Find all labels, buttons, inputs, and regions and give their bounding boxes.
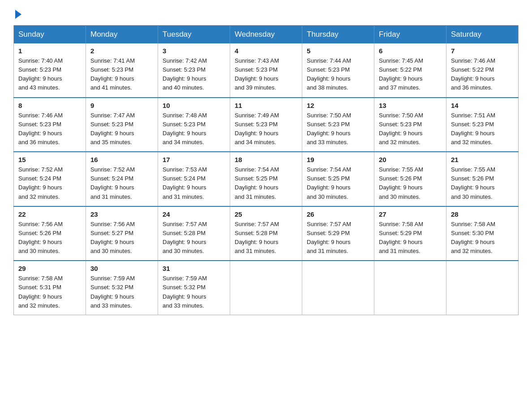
weekday-header-saturday: Saturday xyxy=(446,26,519,44)
day-number: 1 xyxy=(18,47,81,55)
calendar-cell: 19 Sunrise: 7:54 AMSunset: 5:25 PMDaylig… xyxy=(302,152,374,206)
day-info: Sunrise: 7:56 AMSunset: 5:26 PMDaylight:… xyxy=(18,221,63,254)
calendar-week-row: 8 Sunrise: 7:46 AMSunset: 5:23 PMDayligh… xyxy=(14,98,519,152)
calendar-cell: 11 Sunrise: 7:49 AMSunset: 5:23 PMDaylig… xyxy=(230,98,302,152)
calendar-cell xyxy=(374,261,446,315)
day-number: 22 xyxy=(18,210,81,218)
calendar-cell: 12 Sunrise: 7:50 AMSunset: 5:23 PMDaylig… xyxy=(302,98,374,152)
calendar-table: SundayMondayTuesdayWednesdayThursdayFrid… xyxy=(13,25,519,315)
weekday-header-thursday: Thursday xyxy=(302,26,374,44)
calendar-cell: 27 Sunrise: 7:58 AMSunset: 5:29 PMDaylig… xyxy=(374,206,446,261)
day-info: Sunrise: 7:58 AMSunset: 5:30 PMDaylight:… xyxy=(451,221,495,254)
calendar-cell xyxy=(230,261,302,315)
day-info: Sunrise: 7:40 AMSunset: 5:23 PMDaylight:… xyxy=(18,57,63,91)
calendar-cell: 24 Sunrise: 7:57 AMSunset: 5:28 PMDaylig… xyxy=(158,206,230,261)
day-info: Sunrise: 7:55 AMSunset: 5:26 PMDaylight:… xyxy=(451,166,495,200)
weekday-header-row: SundayMondayTuesdayWednesdayThursdayFrid… xyxy=(14,26,519,44)
calendar-cell: 13 Sunrise: 7:50 AMSunset: 5:23 PMDaylig… xyxy=(374,98,446,152)
day-number: 28 xyxy=(451,210,514,218)
calendar-week-row: 29 Sunrise: 7:58 AMSunset: 5:31 PMDaylig… xyxy=(14,261,519,315)
calendar-cell: 6 Sunrise: 7:45 AMSunset: 5:22 PMDayligh… xyxy=(374,43,446,98)
day-number: 26 xyxy=(307,210,369,218)
day-info: Sunrise: 7:57 AMSunset: 5:29 PMDaylight:… xyxy=(307,221,351,254)
weekday-header-sunday: Sunday xyxy=(14,26,86,44)
weekday-header-monday: Monday xyxy=(86,26,158,44)
calendar-cell: 30 Sunrise: 7:59 AMSunset: 5:32 PMDaylig… xyxy=(86,261,158,315)
day-info: Sunrise: 7:46 AMSunset: 5:22 PMDaylight:… xyxy=(451,57,495,91)
calendar-week-row: 1 Sunrise: 7:40 AMSunset: 5:23 PMDayligh… xyxy=(14,43,519,98)
calendar-week-row: 15 Sunrise: 7:52 AMSunset: 5:24 PMDaylig… xyxy=(14,152,519,206)
calendar-cell: 2 Sunrise: 7:41 AMSunset: 5:23 PMDayligh… xyxy=(86,43,158,98)
calendar-cell: 16 Sunrise: 7:52 AMSunset: 5:24 PMDaylig… xyxy=(86,152,158,206)
page-header xyxy=(13,9,519,17)
logo-arrow-icon xyxy=(15,10,21,19)
calendar-cell: 14 Sunrise: 7:51 AMSunset: 5:23 PMDaylig… xyxy=(446,98,519,152)
day-info: Sunrise: 7:50 AMSunset: 5:23 PMDaylight:… xyxy=(307,112,351,146)
weekday-header-friday: Friday xyxy=(374,26,446,44)
day-info: Sunrise: 7:59 AMSunset: 5:32 PMDaylight:… xyxy=(163,275,207,308)
day-info: Sunrise: 7:57 AMSunset: 5:28 PMDaylight:… xyxy=(235,221,279,254)
day-number: 17 xyxy=(163,156,225,163)
day-info: Sunrise: 7:47 AMSunset: 5:23 PMDaylight:… xyxy=(90,112,135,146)
calendar-cell xyxy=(446,261,519,315)
day-info: Sunrise: 7:49 AMSunset: 5:23 PMDaylight:… xyxy=(235,112,279,146)
day-info: Sunrise: 7:54 AMSunset: 5:25 PMDaylight:… xyxy=(235,166,279,200)
day-number: 11 xyxy=(235,102,297,109)
calendar-cell: 23 Sunrise: 7:56 AMSunset: 5:27 PMDaylig… xyxy=(86,206,158,261)
calendar-cell: 4 Sunrise: 7:43 AMSunset: 5:23 PMDayligh… xyxy=(230,43,302,98)
day-number: 12 xyxy=(307,102,369,109)
day-info: Sunrise: 7:45 AMSunset: 5:22 PMDaylight:… xyxy=(379,57,423,91)
logo xyxy=(13,9,21,17)
day-number: 15 xyxy=(18,156,81,163)
day-info: Sunrise: 7:55 AMSunset: 5:26 PMDaylight:… xyxy=(379,166,423,200)
calendar-cell xyxy=(302,261,374,315)
day-number: 18 xyxy=(235,156,297,163)
day-number: 24 xyxy=(163,210,225,218)
calendar-cell: 7 Sunrise: 7:46 AMSunset: 5:22 PMDayligh… xyxy=(446,43,519,98)
day-number: 10 xyxy=(163,102,225,109)
calendar-cell: 1 Sunrise: 7:40 AMSunset: 5:23 PMDayligh… xyxy=(14,43,86,98)
day-info: Sunrise: 7:59 AMSunset: 5:32 PMDaylight:… xyxy=(90,275,135,308)
day-info: Sunrise: 7:41 AMSunset: 5:23 PMDaylight:… xyxy=(90,57,135,91)
day-number: 4 xyxy=(235,47,297,55)
calendar-cell: 28 Sunrise: 7:58 AMSunset: 5:30 PMDaylig… xyxy=(446,206,519,261)
calendar-cell: 22 Sunrise: 7:56 AMSunset: 5:26 PMDaylig… xyxy=(14,206,86,261)
day-number: 23 xyxy=(90,210,153,218)
day-number: 3 xyxy=(163,47,225,55)
day-info: Sunrise: 7:57 AMSunset: 5:28 PMDaylight:… xyxy=(163,221,207,254)
calendar-cell: 17 Sunrise: 7:53 AMSunset: 5:24 PMDaylig… xyxy=(158,152,230,206)
day-info: Sunrise: 7:52 AMSunset: 5:24 PMDaylight:… xyxy=(18,166,63,200)
day-info: Sunrise: 7:42 AMSunset: 5:23 PMDaylight:… xyxy=(163,57,207,91)
calendar-cell: 25 Sunrise: 7:57 AMSunset: 5:28 PMDaylig… xyxy=(230,206,302,261)
calendar-cell: 5 Sunrise: 7:44 AMSunset: 5:23 PMDayligh… xyxy=(302,43,374,98)
day-number: 31 xyxy=(163,265,225,272)
day-number: 20 xyxy=(379,156,442,163)
calendar-cell: 21 Sunrise: 7:55 AMSunset: 5:26 PMDaylig… xyxy=(446,152,519,206)
day-number: 27 xyxy=(379,210,442,218)
calendar-cell: 8 Sunrise: 7:46 AMSunset: 5:23 PMDayligh… xyxy=(14,98,86,152)
day-number: 6 xyxy=(379,47,442,55)
calendar-cell: 9 Sunrise: 7:47 AMSunset: 5:23 PMDayligh… xyxy=(86,98,158,152)
day-info: Sunrise: 7:50 AMSunset: 5:23 PMDaylight:… xyxy=(379,112,423,146)
day-info: Sunrise: 7:52 AMSunset: 5:24 PMDaylight:… xyxy=(90,166,135,200)
day-number: 8 xyxy=(18,102,81,109)
day-number: 5 xyxy=(307,47,369,55)
calendar-cell: 26 Sunrise: 7:57 AMSunset: 5:29 PMDaylig… xyxy=(302,206,374,261)
calendar-cell: 31 Sunrise: 7:59 AMSunset: 5:32 PMDaylig… xyxy=(158,261,230,315)
day-info: Sunrise: 7:53 AMSunset: 5:24 PMDaylight:… xyxy=(163,166,207,200)
day-number: 25 xyxy=(235,210,297,218)
weekday-header-wednesday: Wednesday xyxy=(230,26,302,44)
day-info: Sunrise: 7:56 AMSunset: 5:27 PMDaylight:… xyxy=(90,221,135,254)
day-info: Sunrise: 7:51 AMSunset: 5:23 PMDaylight:… xyxy=(451,112,495,146)
calendar-cell: 29 Sunrise: 7:58 AMSunset: 5:31 PMDaylig… xyxy=(14,261,86,315)
calendar-cell: 3 Sunrise: 7:42 AMSunset: 5:23 PMDayligh… xyxy=(158,43,230,98)
day-number: 2 xyxy=(90,47,153,55)
day-info: Sunrise: 7:58 AMSunset: 5:29 PMDaylight:… xyxy=(379,221,423,254)
day-number: 7 xyxy=(451,47,514,55)
day-number: 14 xyxy=(451,102,514,109)
day-number: 21 xyxy=(451,156,514,163)
calendar-cell: 15 Sunrise: 7:52 AMSunset: 5:24 PMDaylig… xyxy=(14,152,86,206)
day-number: 29 xyxy=(18,265,81,272)
day-info: Sunrise: 7:46 AMSunset: 5:23 PMDaylight:… xyxy=(18,112,63,146)
calendar-cell: 10 Sunrise: 7:48 AMSunset: 5:23 PMDaylig… xyxy=(158,98,230,152)
